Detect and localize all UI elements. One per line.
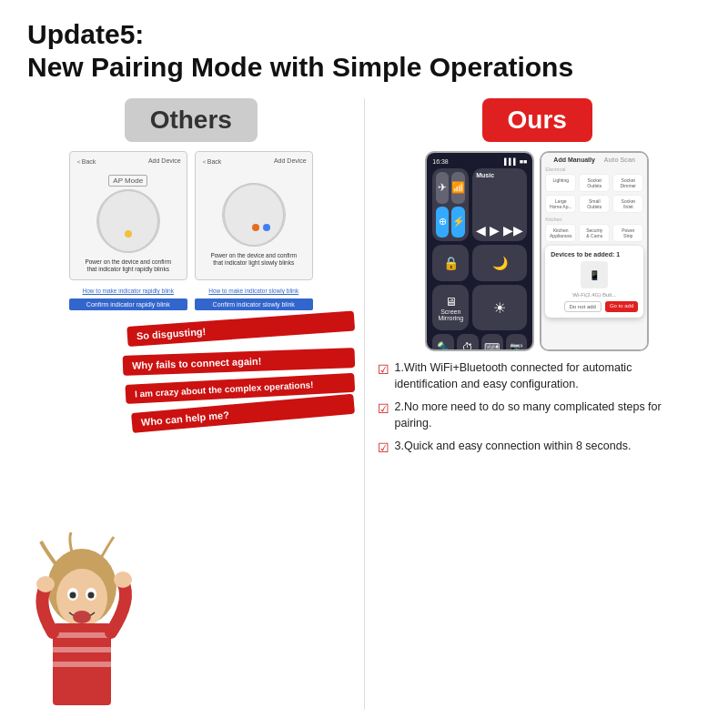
bluetooth-tile[interactable]: ⚡ bbox=[451, 207, 465, 238]
ap-mode-btn[interactable]: AP Mode bbox=[108, 175, 147, 187]
confirm-btn-row: Confirm indicator rapidly blink Confirm … bbox=[69, 298, 313, 310]
check-icon-3: ☑ bbox=[378, 440, 389, 458]
timer-tile[interactable]: ⏱ bbox=[457, 334, 479, 351]
category-lighting[interactable]: Lighting bbox=[545, 174, 576, 192]
check-icon-1: ☑ bbox=[378, 361, 389, 379]
svg-point-6 bbox=[73, 611, 91, 623]
ours-label: Ours bbox=[482, 98, 592, 142]
header: Update5: New Pairing Mode with Simple Op… bbox=[27, 18, 701, 84]
tuya-app-phone: Add Manually Auto Scan Electrical Lighti… bbox=[540, 151, 649, 351]
link-slow[interactable]: How to make indicator slowly blink bbox=[195, 288, 313, 294]
dot-yellow bbox=[125, 230, 132, 238]
category-socket[interactable]: Socket/Inlet bbox=[612, 195, 643, 213]
cc-grid: ✈ 📶 ⊕ ⚡ Music ◀ ▶ ▶ bbox=[432, 168, 527, 351]
category-security[interactable]: Security& Cams bbox=[579, 224, 610, 242]
svg-point-12 bbox=[114, 571, 132, 588]
prev-btn[interactable]: ◀ bbox=[476, 223, 486, 238]
category-label-kitchen: Kitchen bbox=[545, 217, 643, 222]
dialog-title: Devices to be added: 1 bbox=[551, 251, 638, 258]
confirm-rapid-btn[interactable]: Confirm indicator rapidly blink bbox=[69, 298, 187, 310]
screen1-caption: Power on the device and confirmthat indi… bbox=[76, 258, 181, 274]
category-switch[interactable]: SocketDimmer bbox=[612, 174, 643, 192]
brightness-tile[interactable]: ☀ bbox=[472, 285, 527, 330]
title-line1: Update5: bbox=[27, 19, 144, 49]
page: Update5: New Pairing Mode with Simple Op… bbox=[0, 0, 728, 728]
title-line2: New Pairing Mode with Simple Operations bbox=[27, 52, 573, 82]
comparison-container: Others ＜Back Add Device AP Mode bbox=[27, 98, 701, 710]
feature-text-2: 2.No more need to do so many complicated… bbox=[395, 399, 698, 431]
auto-scan-btn[interactable]: Auto Scan bbox=[604, 157, 636, 163]
device-screen-rapid: ＜Back Add Device AP Mode Power on the de… bbox=[69, 151, 187, 280]
category-label-electrical: Electrical bbox=[545, 167, 643, 172]
play-btn[interactable]: ▶ bbox=[490, 223, 500, 238]
portrait-lock-tile[interactable]: 🔒 bbox=[432, 245, 469, 281]
phone-screens: 16:38 ▌▌▌ ■■ ✈ 📶 ⊕ ⚡ bbox=[425, 151, 649, 351]
category-large-home[interactable]: LargeHome Ap... bbox=[545, 195, 576, 213]
camera-tile[interactable]: 📷 bbox=[506, 334, 528, 351]
svg-rect-10 bbox=[53, 662, 111, 667]
frustrated-section: So disgusting! Why fails to connect agai… bbox=[27, 322, 355, 710]
cellular-tile[interactable]: 📶 bbox=[451, 172, 465, 204]
tuya-kitchen-grid: KitchenAppliances Security& Cams PowerSt… bbox=[545, 224, 643, 242]
feature-text-1: 1.With WiFi+Bluetooth connected for auto… bbox=[395, 360, 698, 392]
music-tile[interactable]: Music ◀ ▶ ▶▶ bbox=[472, 168, 527, 241]
svg-point-5 bbox=[88, 592, 95, 599]
right-side-ours: Ours 16:38 ▌▌▌ ■■ ✈ bbox=[365, 98, 702, 710]
device-circle-1 bbox=[96, 189, 160, 253]
tuya-dialog-buttons: Do not add Go to add bbox=[551, 301, 638, 312]
airplane-tile[interactable]: ✈ bbox=[436, 172, 449, 204]
device-circle-2 bbox=[222, 183, 286, 247]
add-device-2: Add Device bbox=[274, 157, 307, 167]
page-title: Update5: New Pairing Mode with Simple Op… bbox=[27, 18, 701, 84]
device-screenshots: ＜Back Add Device AP Mode Power on the de… bbox=[69, 151, 313, 280]
signal-battery: ▌▌▌ ■■ bbox=[504, 158, 527, 165]
ios-control-center-phone: 16:38 ▌▌▌ ■■ ✈ 📶 ⊕ ⚡ bbox=[425, 151, 534, 351]
svg-rect-8 bbox=[53, 632, 111, 638]
dot-blue bbox=[263, 224, 270, 231]
screen2-caption: Power on the device and confirmthat indi… bbox=[201, 252, 307, 268]
tuya-device-icon: 📱 bbox=[581, 261, 608, 288]
frustrated-woman-illustration bbox=[27, 532, 164, 710]
add-manually-btn[interactable]: Add Manually bbox=[553, 157, 595, 163]
bottom-icons-row: 🔦 ⏱ ⌨ 📷 bbox=[432, 334, 527, 351]
bubble-fails: Why fails to connect again! bbox=[123, 348, 355, 376]
tuya-header: Add Manually Auto Scan bbox=[545, 157, 643, 163]
svg-point-11 bbox=[36, 576, 55, 592]
feature-3: ☑ 3.Quick and easy connection within 8 s… bbox=[378, 439, 698, 458]
screen-mirror-tile[interactable]: 🖥 Screen Mirroring bbox=[432, 285, 469, 330]
category-kitchen-a[interactable]: KitchenAppliances bbox=[545, 224, 576, 242]
features-list: ☑ 1.With WiFi+Bluetooth connected for au… bbox=[374, 360, 702, 465]
others-label: Others bbox=[125, 98, 258, 142]
device-screen-slow: ＜Back Add Device Power on the device and… bbox=[195, 151, 313, 280]
time-display: 16:38 bbox=[432, 158, 449, 165]
wifi-tile[interactable]: ⊕ bbox=[436, 207, 449, 238]
device-name: Wi-Fi(2.4G) Bult... bbox=[551, 292, 638, 298]
check-icon-2: ☑ bbox=[378, 400, 389, 419]
add-device-1: Add Device bbox=[148, 157, 181, 167]
tuya-add-dialog: Devices to be added: 1 📱 Wi-Fi(2.4G) Bul… bbox=[545, 246, 643, 318]
feature-text-3: 3.Quick and easy connection within 8 sec… bbox=[395, 439, 632, 455]
back-btn-1: ＜Back bbox=[76, 157, 96, 167]
go-to-add-btn[interactable]: Go to add bbox=[605, 301, 638, 312]
category-small-home[interactable]: SmallOutlets bbox=[579, 195, 610, 213]
flashlight-tile[interactable]: 🔦 bbox=[432, 334, 454, 351]
next-btn[interactable]: ▶▶ bbox=[503, 223, 523, 238]
confirm-slow-btn[interactable]: Confirm indicator slowly blink bbox=[195, 298, 313, 310]
link-row: How to make indicator rapidly blink How … bbox=[69, 288, 313, 294]
left-side-others: Others ＜Back Add Device AP Mode bbox=[27, 98, 365, 710]
back-btn-2: ＜Back bbox=[201, 157, 222, 167]
feature-2: ☑ 2.No more need to do so many complicat… bbox=[378, 399, 698, 431]
calc-tile[interactable]: ⌨ bbox=[481, 334, 503, 351]
link-rapid[interactable]: How to make indicator rapidly blink bbox=[69, 288, 187, 294]
dnd-tile[interactable]: 🌙 bbox=[472, 245, 527, 281]
feature-1: ☑ 1.With WiFi+Bluetooth connected for au… bbox=[378, 360, 698, 392]
speech-bubbles-container: So disgusting! Why fails to connect agai… bbox=[118, 327, 355, 437]
connectivity-block: ✈ 📶 ⊕ ⚡ bbox=[432, 168, 469, 241]
do-not-add-btn[interactable]: Do not add bbox=[564, 301, 602, 312]
bubble-disgusting: So disgusting! bbox=[126, 310, 354, 346]
category-power[interactable]: PowerStrip bbox=[612, 224, 643, 242]
dot-orange bbox=[252, 224, 259, 231]
tuya-categories-grid: Lighting SocketOutlets SocketDimmer Larg… bbox=[545, 174, 643, 213]
category-sensor[interactable]: SocketOutlets bbox=[579, 174, 610, 192]
svg-rect-9 bbox=[53, 647, 111, 652]
